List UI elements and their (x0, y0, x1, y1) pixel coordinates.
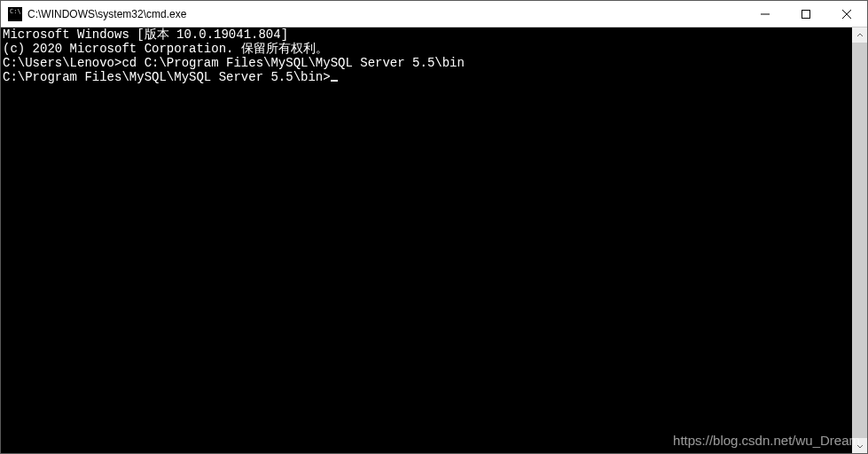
cursor (331, 80, 338, 82)
svg-rect-1 (802, 10, 810, 18)
scroll-thumb[interactable] (852, 43, 867, 438)
close-icon (842, 10, 851, 19)
minimize-button[interactable] (745, 1, 786, 27)
window-controls (745, 1, 867, 27)
cmd-icon (8, 7, 22, 21)
vertical-scrollbar[interactable] (852, 27, 867, 453)
titlebar[interactable]: C:\WINDOWS\system32\cmd.exe (1, 1, 867, 27)
terminal-line: Microsoft Windows [版本 10.0.19041.804] (3, 27, 852, 42)
maximize-button[interactable] (786, 1, 826, 27)
minimize-icon (761, 10, 770, 19)
window-title: C:\WINDOWS\system32\cmd.exe (27, 8, 745, 20)
maximize-icon (802, 10, 810, 19)
chevron-up-icon (856, 32, 864, 39)
terminal-output[interactable]: Microsoft Windows [版本 10.0.19041.804](c)… (1, 27, 852, 453)
client-area: Microsoft Windows [版本 10.0.19041.804](c)… (1, 27, 867, 453)
chevron-down-icon (856, 442, 864, 450)
terminal-line: C:\Program Files\MySQL\MySQL Server 5.5\… (3, 70, 852, 84)
scroll-up-button[interactable] (852, 27, 867, 43)
cmd-window: C:\WINDOWS\system32\cmd.exe Microsoft Wi… (0, 0, 868, 454)
terminal-line: (c) 2020 Microsoft Corporation. 保留所有权利。 (3, 42, 852, 56)
scroll-down-button[interactable] (852, 438, 867, 453)
terminal-line: C:\Users\Lenovo>cd C:\Program Files\MySQ… (3, 56, 852, 70)
close-button[interactable] (826, 1, 867, 27)
